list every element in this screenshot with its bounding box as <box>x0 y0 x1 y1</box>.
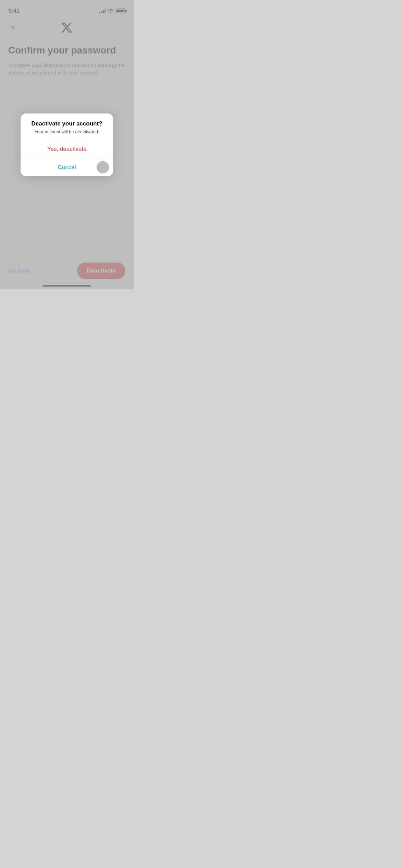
modal-subtitle: Your account will be deactivated. <box>27 129 106 134</box>
deactivate-modal: Deactivate your account? Your account wi… <box>21 113 113 176</box>
touch-indicator <box>97 161 109 173</box>
modal-title: Deactivate your account? <box>27 120 106 127</box>
cancel-button[interactable]: Cancel <box>21 158 113 176</box>
yes-deactivate-button[interactable]: Yes, deactivate <box>21 140 113 158</box>
modal-header: Deactivate your account? Your account wi… <box>21 113 113 140</box>
modal-overlay: Deactivate your account? Your account wi… <box>0 0 134 289</box>
